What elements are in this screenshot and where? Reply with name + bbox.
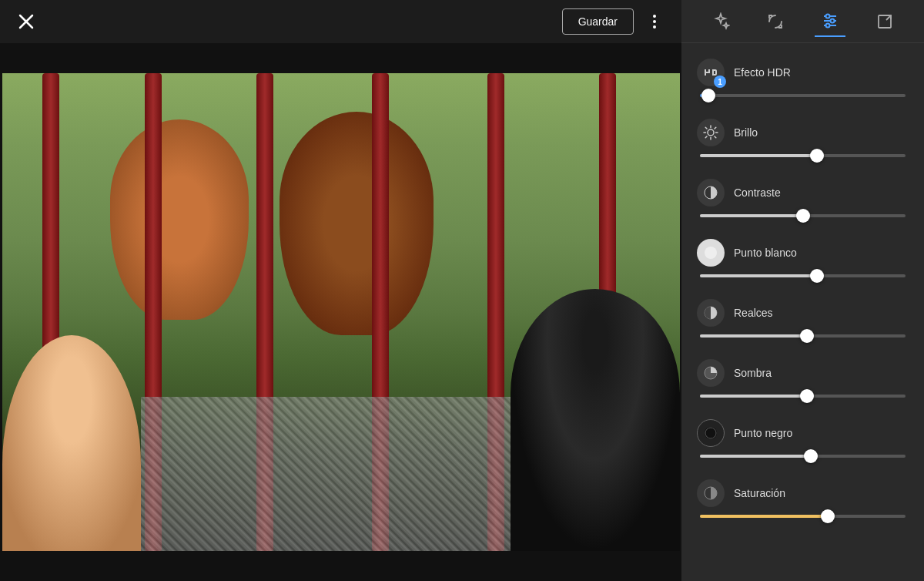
svg-point-13 <box>708 129 714 136</box>
adjustment-label-efecto-hdr: Efecto HDR <box>734 66 791 79</box>
slider-brillo[interactable] <box>700 154 906 157</box>
adjustment-header-saturacion: Saturación <box>697 479 909 507</box>
right-panel: 1 Efecto HDR <box>681 0 924 581</box>
slider-fill-sombra <box>700 395 807 398</box>
slider-fill-saturacion <box>700 515 828 518</box>
slider-fill-realces <box>700 334 807 338</box>
adjustment-contraste: Contraste <box>681 170 924 230</box>
slider-thumb-efecto-hdr[interactable] <box>701 89 715 102</box>
highlights-icon <box>697 299 725 327</box>
tab-rotate[interactable] <box>760 6 791 37</box>
adjustment-header-punto-negro: Punto negro <box>697 419 909 447</box>
slider-saturacion[interactable] <box>700 515 906 518</box>
slider-fill-brillo <box>700 154 817 157</box>
adjustment-label-punto-negro: Punto negro <box>734 427 792 439</box>
svg-point-3 <box>653 20 656 23</box>
adjustment-brillo: Brillo <box>681 109 924 170</box>
photo-area: Guardar <box>0 0 681 581</box>
adjustment-sombra: Sombra <box>681 350 924 410</box>
tab-auto[interactable] <box>705 6 736 37</box>
white-point-icon <box>697 239 725 267</box>
slider-contraste[interactable] <box>700 214 906 217</box>
slider-thumb-punto-blanco[interactable] <box>810 269 824 283</box>
adjustment-header-punto-blanco: Punto blanco <box>697 239 909 267</box>
adjustment-saturacion: Saturación <box>681 470 924 530</box>
adjustment-header-efecto-hdr: 1 Efecto HDR <box>697 59 909 86</box>
adjustment-efecto-hdr: 1 Efecto HDR <box>681 49 924 109</box>
toolbar-tabs <box>681 0 924 43</box>
slider-thumb-realces[interactable] <box>800 329 814 343</box>
svg-point-23 <box>705 247 717 259</box>
close-button[interactable] <box>12 8 40 35</box>
adjustment-header-brillo: Brillo <box>697 119 909 146</box>
slider-realces[interactable] <box>700 334 906 338</box>
tab-adjust[interactable] <box>815 6 845 37</box>
metal-grate <box>141 397 526 551</box>
photo-container <box>0 43 681 581</box>
save-button[interactable]: Guardar <box>562 8 634 35</box>
adjustment-label-saturacion: Saturación <box>734 487 785 499</box>
slider-punto-blanco[interactable] <box>700 274 906 277</box>
more-button[interactable] <box>640 10 669 33</box>
child-right <box>511 289 680 551</box>
adjustment-label-punto-blanco: Punto blanco <box>734 247 797 259</box>
horse-left <box>110 119 249 320</box>
adjustment-header-contraste: Contraste <box>697 179 909 207</box>
slider-thumb-punto-negro[interactable] <box>804 449 818 463</box>
hdr-badge: 1 <box>714 76 726 88</box>
hdr-icon: 1 <box>697 59 725 86</box>
adjustment-header-realces: Realces <box>697 299 909 327</box>
contrast-icon <box>697 179 725 207</box>
adjustment-label-contraste: Contraste <box>734 186 781 199</box>
slider-sombra[interactable] <box>700 395 906 398</box>
black-point-icon <box>697 419 725 447</box>
slider-thumb-contraste[interactable] <box>796 209 810 223</box>
top-bar-actions: Guardar <box>562 8 669 35</box>
top-bar: Guardar <box>0 0 681 43</box>
adjustment-header-sombra: Sombra <box>697 359 909 387</box>
saturation-icon <box>697 479 725 507</box>
shadow-icon <box>697 359 725 387</box>
tab-export[interactable] <box>869 6 900 37</box>
adjustment-realces: Realces <box>681 290 924 350</box>
adjustment-label-sombra: Sombra <box>734 367 772 379</box>
slider-thumb-saturacion[interactable] <box>821 509 835 523</box>
adjustment-punto-blanco: Punto blanco <box>681 230 924 290</box>
svg-point-26 <box>705 427 717 439</box>
adjustment-punto-negro: Punto negro <box>681 410 924 470</box>
svg-point-10 <box>825 23 829 27</box>
svg-point-4 <box>653 25 656 29</box>
slider-thumb-sombra[interactable] <box>800 389 814 403</box>
svg-point-8 <box>825 14 829 18</box>
slider-efecto-hdr[interactable] <box>700 94 906 97</box>
horse-right <box>280 112 434 335</box>
svg-point-9 <box>830 18 834 22</box>
svg-point-2 <box>653 15 656 18</box>
photo-image <box>2 73 680 551</box>
svg-line-19 <box>715 136 716 138</box>
slider-fill-contraste <box>700 214 803 217</box>
slider-punto-negro[interactable] <box>700 455 906 458</box>
svg-line-21 <box>705 136 707 138</box>
adjustment-label-brillo: Brillo <box>734 126 758 139</box>
slider-thumb-brillo[interactable] <box>810 149 824 163</box>
slider-fill-punto-negro <box>700 455 811 458</box>
slider-fill-punto-blanco <box>700 274 817 277</box>
svg-line-18 <box>705 127 707 129</box>
adjustment-label-realces: Realces <box>734 307 773 319</box>
adjustments-list: 1 Efecto HDR <box>681 43 924 581</box>
brightness-icon <box>697 119 725 146</box>
svg-line-20 <box>715 127 716 129</box>
